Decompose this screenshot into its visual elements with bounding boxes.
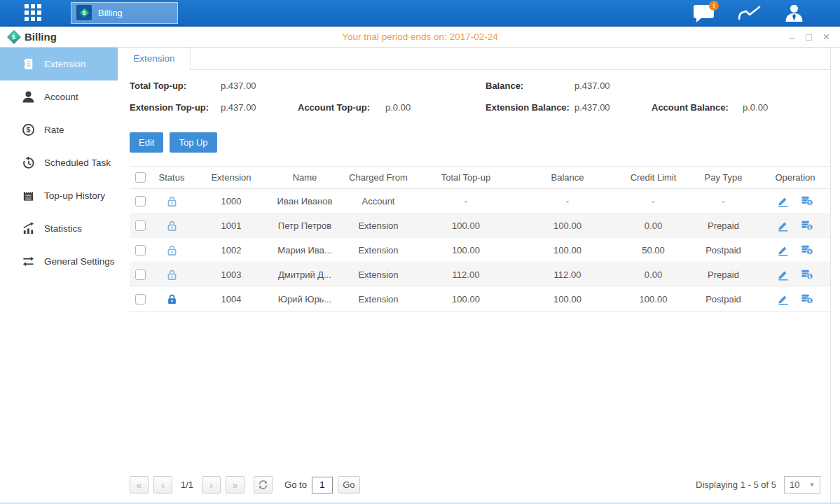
lock-closed-icon	[166, 293, 178, 305]
cell-name: Дмитрий Д...	[270, 262, 340, 287]
edit-row-icon[interactable]	[777, 244, 790, 256]
notifications-icon[interactable]: !	[694, 4, 715, 22]
notification-badge: !	[709, 1, 719, 10]
table-row: 1004 Юрий Юрь... Extension 100.00 100.00…	[130, 287, 830, 312]
topup-row-icon[interactable]: $	[801, 293, 813, 305]
edit-button[interactable]: Edit	[130, 132, 163, 153]
select-all-checkbox[interactable]	[135, 172, 146, 183]
prev-page-button[interactable]: ‹	[153, 476, 172, 493]
total-topup-value: p.437.00	[221, 80, 298, 91]
cell-balance: 100.00	[515, 287, 620, 312]
cell-pay-type: Prepaid	[687, 214, 760, 238]
close-icon[interactable]: ×	[823, 31, 829, 43]
edit-row-icon[interactable]	[777, 195, 790, 207]
app-window: $ Billing !	[0, 0, 840, 504]
row-checkbox[interactable]	[135, 245, 146, 255]
row-checkbox[interactable]	[135, 294, 146, 304]
topup-row-icon[interactable]: $	[801, 195, 813, 207]
cell-name: Петр Петров	[270, 214, 340, 238]
cell-balance: 112.00	[515, 262, 620, 287]
extension-topup-label: Extension Top-up:	[130, 102, 221, 113]
top-up-button[interactable]: Top Up	[170, 132, 216, 153]
first-page-button[interactable]: «	[130, 476, 149, 493]
edit-row-icon[interactable]	[777, 293, 790, 305]
extension-table-wrap: Status Extension Name Charged From Total…	[130, 166, 830, 476]
edit-row-icon[interactable]	[777, 219, 790, 232]
cell-balance: 100.00	[515, 214, 620, 238]
sidebar-item-extension[interactable]: Extension	[0, 48, 118, 80]
account-topup-value: p.0.00	[385, 102, 486, 113]
total-topup-label: Total Top-up:	[130, 80, 221, 91]
cell-balance: -	[515, 189, 620, 214]
account-balance-label: Account Balance:	[652, 102, 743, 113]
topup-row-icon[interactable]: $	[801, 219, 813, 232]
trial-notice: Your trial period ends on: 2017-02-24	[0, 31, 840, 42]
page-size-select[interactable]: 10 ▼	[784, 476, 820, 493]
cell-credit-limit: -	[620, 189, 687, 214]
app-grid-icon[interactable]	[25, 4, 41, 21]
sidebar-item-general-settings[interactable]: General Settings	[0, 245, 118, 278]
window-titlebar: $ Billing Your trial period ends on: 201…	[0, 27, 840, 48]
cell-charged-from: Extension	[340, 214, 417, 238]
topup-row-icon[interactable]: $	[801, 244, 813, 256]
minimize-icon[interactable]: –	[789, 32, 794, 42]
goto-label: Go to	[284, 479, 307, 490]
goto-page-input[interactable]	[312, 477, 333, 493]
sidebar: Extension Account $ Rate	[0, 48, 118, 503]
next-page-button[interactable]: ›	[202, 476, 221, 493]
table-row: 1001 Петр Петров Extension 100.00 100.00…	[130, 214, 830, 238]
edit-row-icon[interactable]	[777, 268, 790, 281]
user-account-icon[interactable]	[785, 4, 804, 22]
sidebar-item-label: Account	[44, 92, 78, 102]
sidebar-item-scheduled-task[interactable]: Scheduled Task	[0, 146, 118, 179]
account-balance-value: p.0.00	[743, 102, 830, 113]
sidebar-item-topup-history[interactable]: Top-up History	[0, 179, 118, 212]
svg-text:$: $	[808, 249, 811, 255]
cell-balance: 100.00	[515, 238, 620, 262]
table-row: 1000 Иван Иванов Account - - - -	[130, 189, 830, 214]
scheduled-task-clock-icon	[22, 156, 35, 169]
billing-diamond-icon: $	[7, 30, 21, 44]
sidebar-item-account[interactable]: Account	[0, 80, 118, 113]
page-indicator: 1/1	[181, 479, 193, 490]
row-checkbox[interactable]	[135, 220, 146, 231]
tab-extension[interactable]: Extension	[118, 48, 191, 70]
billing-summary: Total Top-up: p.437.00 Balance: p.437.00…	[130, 80, 830, 124]
statistics-chart-icon	[22, 222, 35, 235]
sidebar-item-label: General Settings	[44, 256, 115, 267]
extension-table: Status Extension Name Charged From Total…	[130, 166, 830, 312]
maximize-icon[interactable]: □	[806, 32, 811, 42]
reports-chart-icon[interactable]	[738, 4, 762, 22]
go-button[interactable]: Go	[338, 476, 360, 493]
refresh-button[interactable]	[254, 476, 273, 493]
cell-pay-type: -	[687, 189, 760, 214]
rate-dollar-icon: $	[22, 123, 35, 136]
cell-total-topup: -	[417, 189, 515, 214]
displaying-text: Displaying 1 - 5 of 5	[696, 479, 776, 490]
taskbar-tab-billing[interactable]: $ Billing	[71, 2, 178, 24]
window-title: $ Billing	[9, 31, 57, 43]
cell-extension: 1000	[193, 189, 270, 214]
sidebar-item-statistics[interactable]: Statistics	[0, 212, 118, 245]
col-charged-from: Charged From	[340, 167, 417, 189]
cell-name: Иван Иванов	[270, 189, 340, 214]
cell-extension: 1001	[193, 214, 270, 238]
last-page-button[interactable]: »	[226, 476, 245, 493]
topup-row-icon[interactable]: $	[801, 268, 813, 281]
cell-total-topup: 100.00	[417, 287, 515, 312]
row-checkbox[interactable]	[135, 270, 146, 280]
row-checkbox[interactable]	[135, 196, 146, 206]
cell-charged-from: Extension	[340, 262, 417, 287]
sidebar-item-label: Extension	[44, 59, 85, 69]
col-balance: Balance	[515, 167, 620, 189]
window-controls: – □ ×	[789, 31, 829, 43]
account-topup-label: Account Top-up:	[298, 102, 385, 113]
svg-text:$: $	[808, 200, 811, 206]
sidebar-item-rate[interactable]: $ Rate	[0, 113, 118, 146]
sidebar-item-label: Statistics	[44, 223, 82, 234]
cell-extension: 1004	[193, 287, 270, 312]
cell-total-topup: 100.00	[417, 214, 515, 238]
general-settings-arrows-icon	[22, 255, 35, 268]
sidebar-item-label: Top-up History	[44, 190, 105, 201]
table-row: 1003 Дмитрий Д... Extension 112.00 112.0…	[130, 262, 830, 287]
